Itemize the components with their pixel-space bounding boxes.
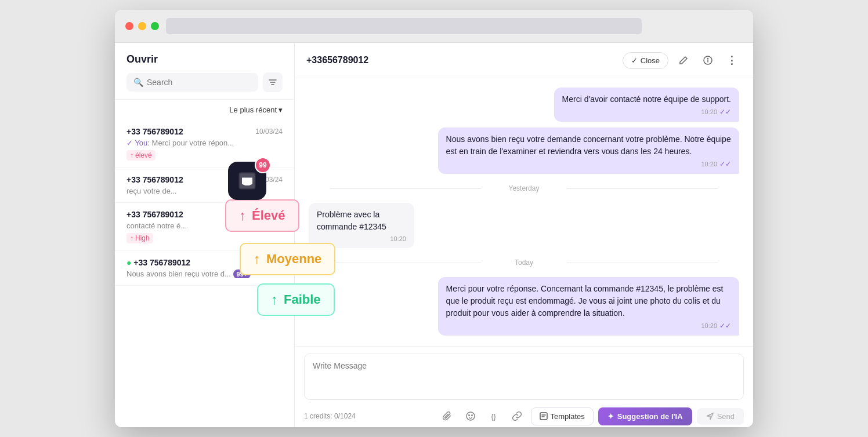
sort-dropdown[interactable]: Le plus récent ▾ [229, 105, 283, 114]
notification-badge: 99 [255, 157, 271, 173]
message-text: Merci d'avoir contacté notre équipe de s… [562, 93, 731, 105]
message-time: 10:20 [390, 235, 406, 242]
whatsapp-icon: ● [126, 258, 131, 267]
chat-header: +33656789012 ✓ Close [295, 43, 753, 78]
chevron-down-icon: ▾ [279, 105, 283, 114]
left-panel: Ouvrir 🔍 [115, 43, 295, 427]
faible-label: Faible [284, 292, 321, 307]
conv-badges: ↑ High [126, 233, 283, 243]
ai-suggestion-button[interactable]: ✦ Suggestion de l'IA [598, 407, 692, 425]
close-label: Close [641, 56, 660, 65]
moyenne-arrow-icon: ↑ [254, 251, 261, 267]
message-text: Merci pour votre réponse. Concernant la … [446, 283, 731, 319]
edit-button[interactable] [674, 51, 693, 70]
message-meta: 10:20 [317, 235, 406, 242]
panel-header: Ouvrir 🔍 [115, 43, 294, 100]
eleve-label: Élevé [252, 208, 285, 223]
svg-rect-9 [540, 413, 547, 420]
moyenne-label: Moyenne [266, 252, 321, 267]
browser-window: Ouvrir 🔍 [115, 10, 753, 427]
message-time: 10:20 [701, 108, 717, 115]
conv-preview-you: ✓ You: [126, 139, 150, 147]
priority-popup-eleve[interactable]: ↑ Élevé [225, 199, 299, 232]
more-options-button[interactable]: ⋮ [723, 51, 742, 70]
compose-area: 1 credits: 0/1024 [295, 346, 753, 427]
message-received: Problème avec la commande #12345 10:20 [309, 203, 460, 248]
priority-popup-moyenne[interactable]: ↑ Moyenne [240, 243, 335, 275]
chat-panel: +33656789012 ✓ Close [295, 43, 753, 427]
send-label: Send [717, 412, 735, 421]
search-bar: 🔍 [126, 72, 283, 92]
priority-badge-high: ↑ High [126, 233, 153, 243]
message-sent: Merci d'avoir contacté notre équipe de s… [554, 88, 739, 122]
sort-row: Le plus récent ▾ [115, 100, 294, 120]
chat-messages: Merci d'avoir contacté notre équipe de s… [295, 78, 753, 346]
message-time: 10:20 [701, 322, 717, 329]
message-ticks: ✓✓ [719, 160, 731, 168]
message-meta: 10:20 ✓✓ [446, 160, 731, 168]
message-text: Problème avec la commande #12345 [317, 209, 406, 233]
close-button[interactable]: ✓ Close [623, 52, 668, 69]
credits-text: 1 credits: 0/1024 [304, 412, 356, 420]
filter-button[interactable] [263, 72, 283, 92]
message-sent: Merci pour votre réponse. Concernant la … [438, 277, 739, 336]
attachment-button[interactable] [438, 407, 457, 425]
message-meta: 10:20 ✓✓ [446, 322, 731, 330]
traffic-light-yellow[interactable] [138, 22, 146, 30]
conv-name: +33 756789012 [126, 210, 183, 219]
more-icon: ⋮ [726, 54, 738, 67]
chat-contact-name: +33656789012 [306, 55, 617, 65]
sparkle-icon: ✦ [607, 412, 614, 421]
search-input[interactable] [147, 78, 251, 87]
svg-point-8 [471, 415, 472, 416]
browser-chrome [115, 10, 753, 43]
message-ticks: ✓✓ [719, 322, 731, 330]
search-icon: 🔍 [133, 78, 143, 87]
app-icon-wrap: 99 [228, 162, 266, 200]
sort-label: Le plus récent [229, 105, 277, 114]
priority-arrow-icon: ↑ [130, 234, 133, 242]
date-divider-yesterday: Yesterday [309, 180, 739, 197]
message-received-bubble: Problème avec la commande #12345 10:20 [309, 203, 414, 248]
priority-arrow-icon: ↑ [130, 151, 133, 159]
ai-label: Suggestion de l'IA [617, 412, 683, 421]
priority-popup-faible[interactable]: ↑ Faible [257, 283, 335, 316]
message-text: Nous avons bien reçu votre demande conce… [446, 133, 731, 158]
date-divider-today: Today [309, 254, 739, 271]
conv-name: +33 756789012 [126, 175, 183, 184]
message-sent: Nous avons bien reçu votre demande conce… [438, 128, 739, 174]
compose-footer: 1 credits: 0/1024 [304, 407, 744, 425]
emoji-button[interactable] [461, 407, 480, 425]
check-icon: ✓ [631, 56, 638, 65]
send-button[interactable]: Send [697, 408, 744, 425]
app-content: Ouvrir 🔍 [115, 43, 753, 427]
list-item[interactable]: +33 756789012 10/03/24 reçu votre de... [115, 168, 294, 203]
svg-point-6 [466, 412, 475, 420]
conv-name: ● +33 756789012 [126, 258, 190, 267]
traffic-light-green[interactable] [151, 22, 159, 30]
conv-top: +33 756789012 10/03/24 [126, 127, 283, 136]
search-input-wrap: 🔍 [126, 73, 258, 92]
svg-point-7 [468, 415, 469, 416]
conv-preview: ✓ You: Merci pour votre répon... [126, 139, 283, 147]
eleve-arrow-icon: ↑ [239, 207, 246, 224]
templates-label: Templates [551, 412, 585, 421]
address-bar[interactable] [166, 18, 642, 34]
traffic-lights [125, 22, 159, 30]
variable-button[interactable]: {} [484, 407, 503, 425]
info-button[interactable] [699, 51, 717, 70]
traffic-light-red[interactable] [125, 22, 133, 30]
panel-title: Ouvrir [126, 53, 283, 65]
conv-name: +33 756789012 [126, 127, 183, 136]
faible-arrow-icon: ↑ [271, 292, 278, 308]
message-meta: 10:20 ✓✓ [562, 108, 731, 116]
conv-date: 10/03/24 [255, 128, 283, 136]
priority-badge-eleve: ↑ élevé [126, 150, 155, 161]
compose-input[interactable] [304, 354, 744, 400]
svg-point-5 [708, 59, 708, 59]
app-icon[interactable]: 99 [228, 162, 266, 200]
message-time: 10:20 [701, 161, 717, 167]
message-ticks: ✓✓ [719, 108, 731, 116]
templates-button[interactable]: Templates [531, 407, 594, 425]
link-button[interactable] [508, 407, 526, 425]
